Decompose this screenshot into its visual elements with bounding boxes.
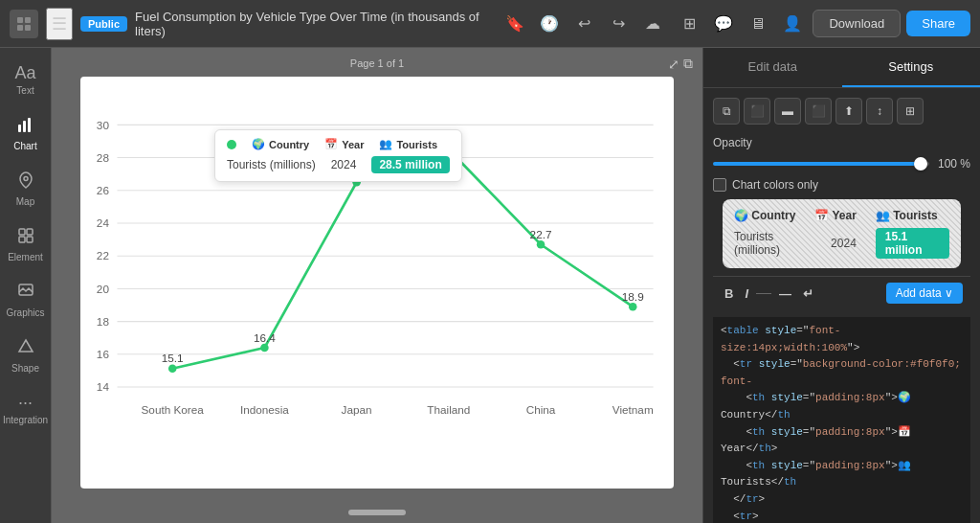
sidebar-item-text[interactable]: Aa Text	[3, 56, 49, 103]
undo-icon[interactable]: ↩	[569, 10, 598, 38]
tab-edit-data[interactable]: Edit data	[703, 48, 842, 87]
toolbar-divider-1	[756, 293, 771, 294]
expand-icon[interactable]: ⤢	[668, 56, 679, 72]
chart-colors-row: Chart colors only	[713, 178, 970, 192]
public-badge: Public	[80, 16, 127, 32]
link-button[interactable]: —	[775, 284, 795, 303]
user-icon[interactable]: 👤	[778, 10, 807, 38]
svg-rect-6	[28, 118, 31, 132]
data-tooltip-panel: 🌍 Country 📅 Year 👥 Tourists Tourists (mi…	[723, 199, 961, 268]
right-tabs: Edit data Settings	[703, 48, 980, 88]
svg-point-7	[24, 177, 28, 181]
svg-text:22: 22	[97, 249, 109, 262]
globe-icon: 🌍	[252, 138, 265, 150]
svg-text:14: 14	[97, 380, 110, 393]
redo-icon[interactable]: ↪	[604, 10, 633, 38]
align-top-icon[interactable]: ⬆	[835, 98, 862, 125]
svg-rect-2	[17, 25, 23, 31]
tooltip-col1-label: Country	[269, 139, 309, 150]
svg-point-33	[260, 344, 269, 352]
dtp-col2: 📅 Year	[814, 209, 856, 222]
sidebar-item-integration[interactable]: ··· Integration	[3, 385, 49, 433]
sidebar-item-graphics[interactable]: Graphics	[3, 274, 49, 326]
align-left-icon[interactable]: ⬛	[744, 98, 770, 125]
chart-icon	[16, 115, 35, 139]
topbar-right: ⊞ 💬 🖥 👤 Download Share	[675, 10, 970, 38]
layers-icon[interactable]: ⧉	[713, 98, 740, 125]
main-area: Aa Text Chart Map	[0, 48, 980, 523]
sidebar-item-map[interactable]: Map	[3, 163, 49, 215]
opacity-value: 100 %	[937, 157, 970, 171]
dtp-calendar-icon: 📅	[814, 209, 829, 222]
share-button[interactable]: Share	[906, 11, 970, 36]
svg-marker-13	[19, 340, 33, 352]
bookmark-icon[interactable]: 🔖	[501, 10, 529, 38]
chart-tooltip: 🌍 Country 📅 Year 👥 Tourists Tourists (mi…	[214, 129, 462, 182]
tooltip-row-label: Tourists (millions)	[227, 158, 316, 171]
distribute-icon[interactable]: ⊞	[897, 98, 924, 125]
svg-text:22.7: 22.7	[530, 228, 552, 240]
chart-colors-label: Chart colors only	[732, 178, 818, 192]
dtp-col1: 🌍 Country	[734, 209, 795, 222]
tooltip-col3-label: Tourists	[396, 139, 437, 150]
bold-button[interactable]: B	[721, 284, 737, 303]
svg-rect-4	[18, 125, 21, 132]
align-right-icon[interactable]: ⬛	[805, 98, 832, 125]
svg-text:30: 30	[97, 119, 110, 131]
svg-text:18: 18	[97, 315, 110, 328]
svg-point-36	[537, 240, 546, 249]
map-icon	[16, 171, 35, 194]
opacity-slider[interactable]	[713, 162, 929, 166]
sidebar-item-chart[interactable]: Chart	[3, 107, 49, 159]
green-dot	[227, 140, 236, 149]
sidebar-label-integration: Integration	[3, 415, 48, 425]
align-center-icon[interactable]: ▬	[774, 98, 801, 125]
align-middle-icon[interactable]: ↕	[866, 98, 893, 125]
clock-icon[interactable]: 🕐	[535, 10, 564, 38]
settings-content: ⧉ ⬛ ▬ ⬛ ⬆ ↕ ⊞ Opacity 100 % Chart c	[703, 88, 980, 523]
opacity-slider-thumb[interactable]	[914, 157, 927, 171]
chart-colors-checkbox-label[interactable]: Chart colors only	[713, 178, 818, 192]
sidebar-item-element[interactable]: Element	[3, 218, 49, 270]
svg-text:South Korea: South Korea	[142, 403, 205, 416]
svg-rect-5	[23, 121, 26, 132]
hamburger-button[interactable]: ☰	[46, 8, 73, 40]
shape-icon	[16, 337, 35, 361]
tooltip-col2: 📅 Year	[324, 138, 364, 150]
download-button[interactable]: Download	[813, 10, 901, 37]
svg-text:26: 26	[97, 184, 110, 196]
dtp-col3: 👥 Tourists	[876, 209, 938, 222]
svg-text:Vietnam: Vietnam	[612, 403, 654, 416]
tab-settings[interactable]: Settings	[842, 48, 981, 87]
copy-icon[interactable]: ⧉	[683, 56, 693, 72]
tooltip-data-row: Tourists (millions) 2024 28.5 million	[227, 156, 450, 173]
add-data-button[interactable]: Add data ∨	[886, 283, 963, 304]
cloud-icon[interactable]: ☁	[638, 10, 667, 38]
calendar-icon: 📅	[324, 138, 338, 150]
svg-text:China: China	[526, 403, 556, 416]
chart-canvas[interactable]: 30 28 26 24 22 20 18 16 14	[80, 77, 674, 489]
dtp-row-value: 15.1 million	[876, 228, 949, 259]
tooltip-col1: 🌍 Country	[252, 138, 309, 150]
tooltip-col3: 👥 Tourists	[379, 138, 437, 150]
canvas-scrollbar[interactable]	[348, 510, 406, 515]
sidebar-item-shape[interactable]: Shape	[3, 330, 49, 381]
tooltip-color-dot	[227, 140, 236, 149]
table-icon[interactable]: ⊞	[675, 10, 703, 38]
app-logo	[10, 10, 38, 38]
code-editor[interactable]: <table style="font-size:14px;width:100%"…	[713, 317, 970, 523]
editor-toolbar: B I — ↵ Add data ∨	[713, 276, 970, 309]
italic-button[interactable]: I	[741, 284, 752, 303]
comment-icon[interactable]: 💬	[709, 10, 738, 38]
svg-text:Japan: Japan	[342, 403, 372, 416]
desktop-icon[interactable]: 🖥	[744, 10, 772, 38]
svg-text:18.9: 18.9	[622, 290, 644, 303]
tooltip-row-year: 2024	[331, 158, 357, 171]
element-icon	[16, 226, 35, 250]
dtp-globe-icon: 🌍	[734, 209, 748, 222]
svg-text:24: 24	[97, 216, 110, 229]
topbar: ☰ Public Fuel Consumption by Vehicle Typ…	[0, 0, 980, 48]
sidebar-label-graphics: Graphics	[7, 307, 45, 318]
insert-button[interactable]: ↵	[799, 284, 817, 303]
chart-colors-checkbox[interactable]	[713, 178, 726, 192]
